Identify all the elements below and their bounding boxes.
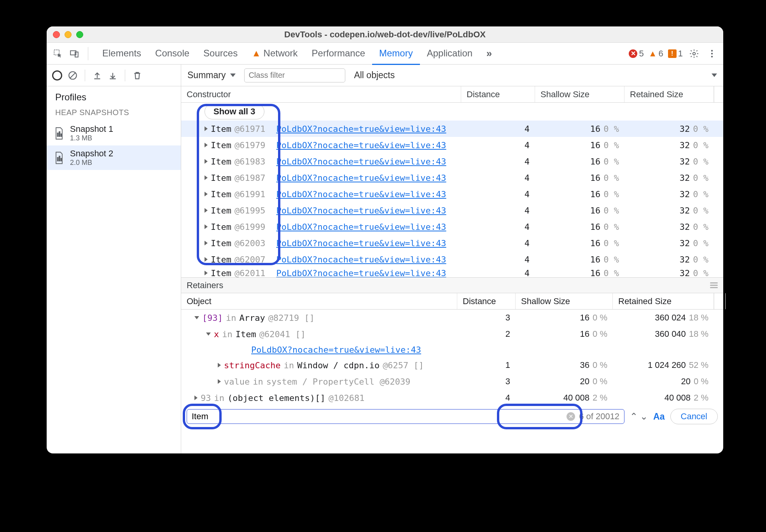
source-link[interactable]: PoLdbOX?nocache=true&view=live:43 bbox=[276, 140, 446, 150]
col-distance[interactable]: Distance bbox=[461, 86, 535, 102]
warnings-count[interactable]: ▲6 bbox=[649, 49, 663, 59]
col-constructor[interactable]: Constructor bbox=[181, 86, 461, 102]
retainer-row[interactable]: 93 in (object elements)[] @102681 4 40 0… bbox=[181, 390, 723, 406]
titlebar: DevTools - codepen.io/web-dot-dev/live/P… bbox=[47, 26, 723, 43]
next-match-icon[interactable]: ⌄ bbox=[640, 411, 648, 422]
clear-search-icon[interactable]: ✕ bbox=[567, 412, 575, 421]
clear-icon[interactable] bbox=[66, 69, 79, 82]
constructors-grid[interactable]: Show all 3 Item @61971PoLdbOX?nocache=tr… bbox=[181, 103, 723, 278]
col-shallow[interactable]: Shallow Size bbox=[516, 293, 613, 309]
expand-icon[interactable] bbox=[206, 332, 211, 336]
retainer-row[interactable]: stringCache in Window / cdpn.io @6257 []… bbox=[181, 357, 723, 373]
col-object[interactable]: Object bbox=[181, 293, 457, 309]
constructor-row[interactable]: Item @62007PoLdbOX?nocache=true&view=liv… bbox=[181, 251, 723, 268]
svg-rect-12 bbox=[59, 156, 60, 161]
col-retained[interactable]: Retained Size bbox=[624, 86, 714, 102]
source-link[interactable]: PoLdbOX?nocache=true&view=live:43 bbox=[276, 268, 446, 278]
close-icon[interactable] bbox=[53, 31, 60, 38]
issues-count[interactable]: !1 bbox=[668, 49, 683, 59]
tab-memory[interactable]: Memory bbox=[372, 42, 420, 65]
constructor-row[interactable]: Item @61995PoLdbOX?nocache=true&view=liv… bbox=[181, 202, 723, 219]
source-link[interactable]: PoLdbOX?nocache=true&view=live:43 bbox=[276, 157, 446, 166]
download-icon[interactable] bbox=[106, 69, 119, 82]
search-bar: ✕ 6 of 20012 ⌃ ⌄ Aa Cancel bbox=[181, 406, 723, 427]
expand-icon[interactable] bbox=[205, 126, 208, 131]
source-link[interactable]: PoLdbOX?nocache=true&view=live:43 bbox=[276, 222, 446, 232]
retainer-row[interactable]: x in Item @62041 [] 2 160 % 360 04018 % bbox=[181, 326, 723, 342]
expand-icon[interactable] bbox=[218, 379, 221, 384]
source-link[interactable]: PoLdbOX?nocache=true&view=live:43 bbox=[276, 255, 446, 264]
profiles-header: Profiles bbox=[47, 86, 181, 107]
expand-icon[interactable] bbox=[194, 396, 198, 400]
errors-count[interactable]: ✕5 bbox=[629, 49, 644, 59]
inspect-element-icon[interactable] bbox=[51, 47, 65, 60]
svg-point-5 bbox=[711, 52, 713, 54]
match-case-toggle[interactable]: Aa bbox=[653, 411, 665, 422]
expand-icon[interactable] bbox=[205, 175, 208, 180]
divider bbox=[125, 70, 125, 81]
col-distance[interactable]: Distance bbox=[457, 293, 516, 309]
expand-icon[interactable] bbox=[205, 192, 208, 196]
cancel-button[interactable]: Cancel bbox=[670, 409, 718, 424]
expand-icon[interactable] bbox=[205, 241, 208, 245]
retainer-row[interactable]: [93] in Array @82719 [] 3 160 % 360 0241… bbox=[181, 310, 723, 326]
source-link[interactable]: PoLdbOX?nocache=true&view=live:43 bbox=[276, 206, 446, 215]
tab-console[interactable]: Console bbox=[148, 42, 196, 65]
show-all-button[interactable]: Show all 3 bbox=[205, 104, 264, 119]
source-link[interactable]: PoLdbOX?nocache=true&view=live:43 bbox=[276, 238, 446, 248]
more-tabs-icon[interactable]: » bbox=[483, 47, 496, 60]
source-link[interactable]: PoLdbOX?nocache=true&view=live:43 bbox=[276, 189, 446, 199]
constructor-row[interactable]: Item @61971PoLdbOX?nocache=true&view=liv… bbox=[181, 121, 723, 137]
zoom-icon[interactable] bbox=[76, 31, 83, 38]
source-link[interactable]: PoLdbOX?nocache=true&view=live:43 bbox=[276, 173, 446, 183]
constructor-row[interactable]: Item @61999PoLdbOX?nocache=true&view=liv… bbox=[181, 219, 723, 235]
source-link[interactable]: PoLdbOX?nocache=true&view=live:43 bbox=[251, 345, 421, 355]
expand-icon[interactable] bbox=[205, 224, 208, 229]
tab-sources[interactable]: Sources bbox=[196, 42, 245, 65]
device-toolbar-icon[interactable] bbox=[68, 47, 81, 60]
perspective-dropdown[interactable]: Summary bbox=[187, 70, 236, 80]
settings-gear-icon[interactable] bbox=[687, 47, 701, 60]
kebab-menu-icon[interactable] bbox=[705, 47, 719, 60]
tab-elements[interactable]: Elements bbox=[95, 42, 148, 65]
constructor-row[interactable]: Item @62003PoLdbOX?nocache=true&view=liv… bbox=[181, 235, 723, 251]
constructor-row[interactable]: Item @61979PoLdbOX?nocache=true&view=liv… bbox=[181, 137, 723, 153]
snapshot-item[interactable]: Snapshot 22.0 MB bbox=[47, 145, 181, 170]
constructor-row[interactable]: Item @61983PoLdbOX?nocache=true&view=liv… bbox=[181, 153, 723, 170]
snapshot-item[interactable]: Snapshot 11.3 MB bbox=[47, 121, 181, 145]
col-shallow[interactable]: Shallow Size bbox=[535, 86, 624, 102]
object-filter-caret[interactable] bbox=[712, 74, 717, 77]
expand-icon[interactable] bbox=[205, 143, 208, 147]
minimize-icon[interactable] bbox=[65, 31, 72, 38]
tab-application[interactable]: Application bbox=[420, 42, 479, 65]
expand-icon[interactable] bbox=[205, 159, 208, 164]
constructor-row[interactable]: Item @62011PoLdbOX?nocache=true&view=liv… bbox=[181, 268, 723, 278]
tab-network[interactable]: ▲ Network bbox=[245, 42, 304, 65]
expand-icon[interactable] bbox=[205, 271, 208, 275]
search-input[interactable] bbox=[192, 411, 567, 422]
retainer-source-link-line: PoLdbOX?nocache=true&view=live:43 bbox=[181, 342, 723, 357]
scrollbar-gutter bbox=[714, 86, 725, 102]
class-filter-input[interactable] bbox=[244, 68, 345, 82]
delete-icon[interactable] bbox=[131, 69, 144, 82]
upload-icon[interactable] bbox=[91, 69, 104, 82]
search-field[interactable]: ✕ 6 of 20012 bbox=[187, 409, 624, 424]
prev-match-icon[interactable]: ⌃ bbox=[630, 411, 638, 422]
retainers-grid[interactable]: [93] in Array @82719 [] 3 160 % 360 0241… bbox=[181, 310, 723, 406]
source-link[interactable]: PoLdbOX?nocache=true&view=live:43 bbox=[276, 124, 446, 134]
col-retained[interactable]: Retained Size bbox=[613, 293, 714, 309]
tab-performance[interactable]: Performance bbox=[305, 42, 372, 65]
retainer-row[interactable]: value in system / PropertyCell @62039 3 … bbox=[181, 373, 723, 390]
drag-handle-icon[interactable] bbox=[710, 282, 718, 288]
record-icon[interactable] bbox=[51, 69, 64, 82]
expand-icon[interactable] bbox=[194, 316, 199, 319]
expand-icon[interactable] bbox=[218, 363, 221, 368]
divider bbox=[88, 47, 88, 60]
object-filter-dropdown[interactable]: All objects bbox=[354, 70, 395, 80]
constructor-row[interactable]: Item @61991PoLdbOX?nocache=true&view=liv… bbox=[181, 186, 723, 202]
constructor-row[interactable]: Item @61987PoLdbOX?nocache=true&view=liv… bbox=[181, 170, 723, 186]
profiles-sidebar: Profiles HEAP SNAPSHOTS Snapshot 11.3 MB… bbox=[47, 65, 181, 453]
expand-icon[interactable] bbox=[205, 208, 208, 213]
chevron-down-icon bbox=[230, 74, 236, 77]
expand-icon[interactable] bbox=[205, 257, 208, 262]
